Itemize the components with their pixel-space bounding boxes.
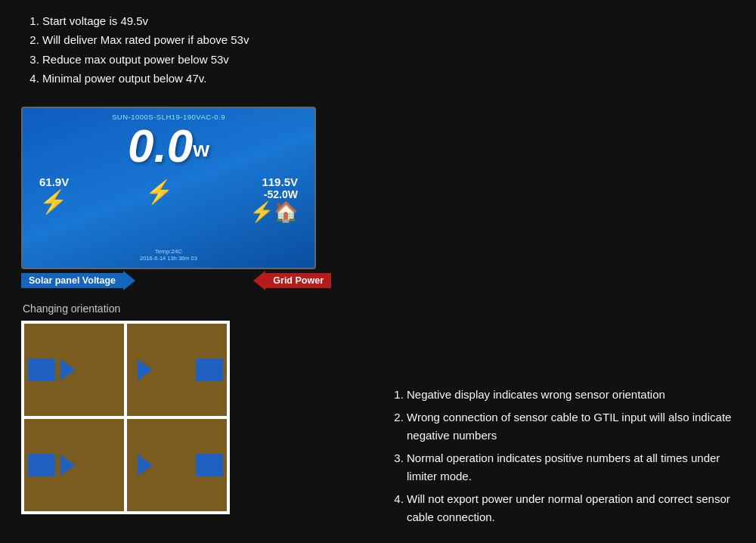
left-voltage: 61.9V [39, 175, 69, 188]
orientation-title: Changing orientation [23, 303, 355, 315]
orientation-grid [21, 321, 230, 514]
center-bolt-icon: ⚡ [145, 178, 173, 205]
clip-tl [28, 358, 55, 381]
right-wattage: -52.0W [264, 188, 298, 200]
arrow-tr [138, 359, 153, 380]
right-list-item-4: Will not export power under normal opera… [407, 490, 738, 526]
arrow-tl [60, 359, 76, 380]
right-list-item-1: Negative display indicates wrong sensor … [407, 386, 738, 404]
right-list-item-2: Wrong connection of sensor cable to GTIL… [407, 408, 738, 445]
orient-cell-tr [127, 324, 227, 416]
list-item-2: Will deliver Max rated power if above 53… [42, 31, 355, 48]
house-icon: ⚡🏠 [249, 200, 298, 224]
solar-label-box: Solar panel Voltage [21, 273, 123, 288]
label-row: Solar panel Voltage Grid Power [21, 271, 316, 290]
list-item-3: Reduce max output power below 53v [42, 51, 355, 68]
right-list: Negative display indicates wrong sensor … [386, 386, 738, 531]
right-list-item-3: Normal operation indicates positive numb… [407, 449, 738, 486]
solar-arrow-icon [123, 271, 135, 290]
orient-cell-br [127, 419, 227, 511]
grid-label-box: Grid Power [265, 273, 331, 288]
clip-br [196, 454, 223, 476]
right-section: Negative display indicates wrong sensor … [370, 0, 756, 543]
monitor-footer: Temp:24C 2016-6-14 13h 36m 03 [23, 248, 314, 262]
monitor-right-stat: 119.5V -52.0W ⚡🏠 [249, 175, 298, 224]
orient-cell-tl [24, 324, 124, 416]
clip-bl [28, 454, 55, 476]
monitor-main-power: 0.0w [29, 123, 308, 169]
arrow-br [138, 455, 153, 476]
left-section: Start voltage is 49.5v Will deliver Max … [0, 0, 370, 543]
list-item-4: Minimal power output below 47v. [42, 70, 355, 87]
monitor-left-stat: 61.9V ⚡ [39, 175, 69, 224]
arrow-bl [60, 455, 76, 476]
solar-label-group: Solar panel Voltage [21, 271, 135, 290]
top-list: Start voltage is 49.5v Will deliver Max … [21, 12, 355, 88]
clip-tr [196, 358, 223, 381]
orient-cell-bl [24, 419, 124, 511]
list-item-1: Start voltage is 49.5v [42, 12, 355, 29]
grid-label-group: Grid Power [253, 271, 331, 290]
left-bolt-icon: ⚡ [39, 188, 67, 215]
orientation-section: Changing orientation [21, 290, 355, 514]
monitor-stats: 61.9V ⚡ ⚡ 119.5V -52.0W ⚡🏠 [29, 172, 308, 224]
monitor-wrap: SUN-1000S-SLH19-190VAC-0.9 0.0w 61.9V ⚡ … [21, 107, 355, 290]
grid-arrow-icon [253, 271, 265, 290]
right-voltage: 119.5V [262, 175, 298, 188]
page-container: Start voltage is 49.5v Will deliver Max … [0, 0, 756, 543]
monitor-display: SUN-1000S-SLH19-190VAC-0.9 0.0w 61.9V ⚡ … [21, 107, 316, 269]
